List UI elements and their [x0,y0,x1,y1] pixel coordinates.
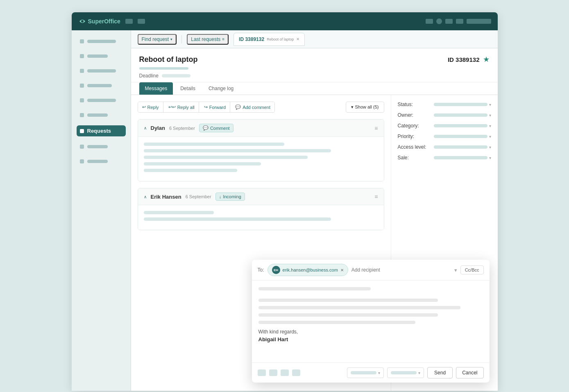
message-menu-2[interactable]: ≡ [374,193,378,200]
sidebar-label-9 [87,160,108,163]
sidebar-item-8[interactable] [77,142,126,151]
footer-select-bar-1 [351,371,376,374]
active-tab-id: ID 3389132 [239,36,264,42]
topbar-icon-4 [445,19,453,24]
footer-select-chevron-1: ▾ [378,371,380,375]
sidebar-item-requests[interactable]: Requests [77,125,126,136]
recipient-chip: EH erik.hansen@business.com ✕ [267,264,348,276]
sidebar-item-4[interactable] [77,81,126,90]
remove-recipient-btn[interactable]: ✕ [340,268,344,272]
cc-bcc-btn[interactable]: Cc/Bcc [460,265,484,274]
topbar-user-area [467,19,491,24]
recipient-avatar: EH [272,266,280,274]
footer-icon-2[interactable] [269,369,277,376]
sidebar-item-6[interactable] [77,111,126,120]
prop-label-category: Category: [398,123,431,129]
favorite-star-icon[interactable]: ★ [483,55,490,64]
top-bar: SuperOffice [72,12,498,30]
message-header-2: ∧ Erik Hansen 6 September ↓ Incoming [138,188,384,205]
prop-value-access: ▾ [434,145,491,150]
prop-value-priority: ▾ [434,134,491,139]
expand-recipients-icon[interactable]: ▾ [454,267,457,273]
message-meta-1: ∧ Dylan 6 September 💬 Comment [144,124,233,132]
prop-bar-owner [434,113,487,117]
add-comment-btn[interactable]: 💬 Add comment [231,102,274,112]
expand-icon-1[interactable]: ∧ [144,126,147,130]
compose-body[interactable]: With kind regards, Abigail Hart [252,281,490,363]
compose-line-3 [258,306,460,309]
forward-icon: ↪ [204,104,208,110]
body-line-3 [144,156,308,159]
prop-status: Status: ▾ [398,102,491,107]
body-line-1 [144,143,284,146]
message-header-1: ∧ Dylan 6 September 💬 Comment [138,120,384,137]
prop-sale: Sale: ▾ [398,155,491,161]
sidebar-item-1[interactable] [77,37,126,46]
footer-icon-3[interactable] [281,369,289,376]
cancel-btn[interactable]: Cancel [456,367,483,378]
sidebar-item-2[interactable] [77,52,126,61]
active-tab-sub: Reboot of laptop [267,37,294,41]
request-header: Reboot of laptop ID 3389132 ★ Deadline [131,48,498,82]
to-label: To: [258,267,264,273]
tab-details[interactable]: Details [175,82,201,95]
body2-line-1 [144,211,214,214]
footer-select-2[interactable]: ▾ [387,367,424,378]
message-card-2: ∧ Erik Hansen 6 September ↓ Incoming [138,188,384,230]
prop-chevron-access[interactable]: ▾ [489,145,491,150]
body-line-5 [144,169,238,172]
incoming-icon: ↓ [219,194,222,199]
footer-icon-4[interactable] [292,369,300,376]
topbar-circle [436,18,442,24]
footer-icon-1[interactable] [258,369,266,376]
prop-label-owner: Owner: [398,112,431,118]
send-btn[interactable]: Send [427,367,453,378]
footer-select-1[interactable]: ▾ [347,367,384,378]
prop-owner: Owner: ▾ [398,112,491,118]
expand-icon-2[interactable]: ∧ [144,195,147,199]
regards-text: With kind regards, [258,329,483,335]
sidebar-label-6 [87,113,108,117]
reply-all-btn[interactable]: ↩↩ Reply all [164,102,199,112]
tab-close-btn[interactable]: ✕ [296,37,299,41]
sidebar-item-3[interactable] [77,66,126,75]
deadline-row: Deadline [139,73,490,79]
compose-line-2 [258,299,438,302]
prop-category: Category: ▾ [398,123,491,129]
find-request-btn[interactable]: Find request ▾ [138,34,177,45]
show-all-btn[interactable]: ▾ Show all (5) [346,102,384,113]
active-tab[interactable]: ID 3389132 Reboot of laptop ✕ [233,33,305,46]
sidebar-item-9[interactable] [77,157,126,166]
prop-chevron-priority[interactable]: ▾ [489,134,491,139]
prop-bar-access [434,145,487,149]
last-requests-btn[interactable]: Last requests ≡ [187,34,229,45]
sidebar-item-5[interactable] [77,96,126,105]
message-body-2 [138,205,384,230]
prop-label-priority: Priority: [398,134,431,139]
footer-select-chevron-2: ▾ [418,371,420,375]
prop-chevron-category[interactable]: ▾ [489,124,491,128]
sidebar-dot-9 [80,159,84,163]
tab-change-log[interactable]: Change log [203,82,239,95]
message-meta-2: ∧ Erik Hansen 6 September ↓ Incoming [144,193,245,201]
sidebar-dot-1 [80,39,84,43]
tab-messages[interactable]: Messages [139,82,173,95]
prop-chevron-owner[interactable]: ▾ [489,113,491,118]
footer-select-bar-2 [391,371,417,374]
body2-line-2 [144,218,331,221]
compose-overlay: To: EH erik.hansen@business.com ✕ ▾ Cc/B… [252,260,490,383]
add-recipient-input[interactable] [351,267,451,273]
prop-chevron-status[interactable]: ▾ [489,102,491,107]
compose-line-4 [258,313,438,317]
message-date-1: 6 September [169,126,195,131]
message-date-2: 6 September [186,194,211,199]
message-menu-1[interactable]: ≡ [374,125,378,131]
comment-icon: 💬 [235,104,241,110]
forward-btn[interactable]: ↪ Forward [200,102,230,112]
sidebar-dot-4 [80,84,84,88]
deadline-label: Deadline [139,73,159,79]
prop-chevron-sale[interactable]: ▾ [489,156,491,160]
compose-line-5 [258,321,416,324]
reply-btn[interactable]: ↩ Reply [138,102,163,112]
sidebar: Requests [72,30,131,391]
